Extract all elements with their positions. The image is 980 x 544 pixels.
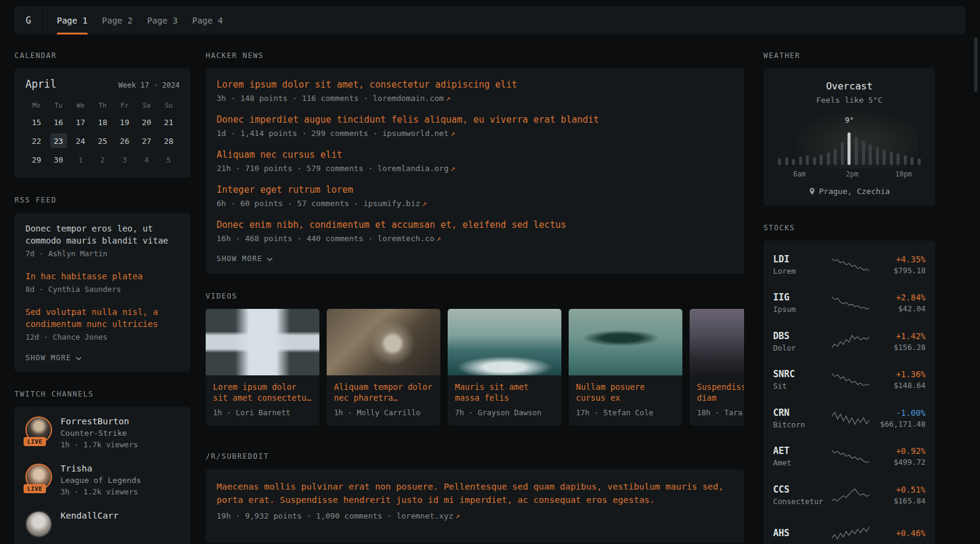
calendar-day-header: Fr: [114, 100, 136, 111]
channel-name[interactable]: KendallCarr: [60, 511, 119, 520]
stock-price: $66,171.48: [870, 419, 926, 429]
hn-item-domain: ipsumify.biz: [364, 199, 420, 208]
hn-item-title[interactable]: Donec imperdiet augue tincidunt felis al…: [217, 114, 733, 126]
reddit-post-title[interactable]: Maecenas mollis pulvinar erat non posuer…: [217, 480, 733, 507]
hn-item-source[interactable]: loremlandia.org↗: [377, 164, 455, 173]
video-title[interactable]: Suspendisse diam: [697, 381, 744, 403]
dashboard-page: G Page 1 Page 2 Page 3 Page 4 CALENDAR A…: [0, 0, 980, 544]
channel-name[interactable]: Trisha: [60, 464, 141, 473]
hn-item-source[interactable]: ipsumworld.net↗: [382, 129, 455, 138]
live-badge: LIVE: [24, 437, 46, 446]
channel-info: KendallCarr: [60, 511, 119, 537]
hn-item-meta: 1d · 1,414 points · 299 comments · ipsum…: [217, 129, 733, 138]
hn-item-title[interactable]: Aliquam nec cursus elit: [217, 149, 733, 161]
stock-row[interactable]: CCS Consectetur +0.51% $165.84: [773, 476, 926, 514]
stock-name: Sit: [773, 381, 831, 390]
channel-name[interactable]: ForrestBurton: [60, 416, 138, 426]
stock-ticker: IIG: [773, 292, 831, 303]
weather-bar: [778, 158, 781, 165]
rss-show-more-button[interactable]: SHOW MORE: [25, 354, 82, 362]
rss-item-title[interactable]: Sed volutpat nulla nisl, a condimentum n…: [25, 306, 180, 330]
video-card[interactable]: Suspendisse diam 18h · Tara: [690, 309, 744, 426]
stocks-widget: STOCKS LDI Lorem +4.35% $795.18: [763, 224, 935, 544]
video-thumbnail[interactable]: [327, 309, 440, 375]
twitch-channel[interactable]: LIVE Trisha League of Legends 3h · 1.2k …: [25, 464, 180, 496]
stock-row[interactable]: SNRC Sit +1.36% $148.64: [773, 361, 926, 400]
stock-row[interactable]: DBS Dolor +1.42% $156.28: [773, 322, 926, 361]
tab-page-4[interactable]: Page 4: [192, 6, 223, 34]
hn-item-domain: loremtech.co: [377, 234, 434, 243]
video-title[interactable]: Aliquam tempor dolor nec pharetra…: [334, 381, 433, 403]
calendar-card: April Week 17 · 2024 Mo Tu We Th Fr Sa S…: [15, 68, 191, 178]
videos-widget: VIDEOS Lorem ipsum dolor sit amet consec…: [206, 292, 744, 426]
hn-item-title[interactable]: Lorem ipsum dolor sit amet, consectetur …: [217, 79, 733, 91]
video-card[interactable]: Aliquam tempor dolor nec pharetra… 1h · …: [327, 309, 440, 426]
video-thumbnail[interactable]: [206, 309, 319, 375]
rss-item: In hac habitasse platea 8d · Cynthia Sau…: [25, 270, 180, 294]
stock-row[interactable]: CRN Bitcorn -1.00% $66,171.48: [773, 399, 926, 438]
calendar-day: 27: [136, 134, 157, 148]
tab-page-2[interactable]: Page 2: [102, 6, 133, 34]
calendar-day: 24: [70, 134, 91, 148]
stock-ticker: CCS: [773, 484, 831, 495]
video-thumbnail[interactable]: [448, 309, 561, 375]
stock-row[interactable]: AHS +0.46%: [773, 514, 926, 544]
scrollbar[interactable]: [974, 37, 978, 92]
weather-location-label: Prague, Czechia: [819, 187, 890, 196]
videos-row: Lorem ipsum dolor sit amet consectetu… 1…: [206, 309, 744, 426]
weather-bar: [897, 154, 900, 165]
hn-item-domain: loremlandia.org: [377, 164, 448, 173]
stock-id: AET Amet: [773, 445, 831, 467]
weather-bar: [834, 149, 837, 165]
tab-page-3[interactable]: Page 3: [147, 6, 178, 34]
hn-item-source[interactable]: ipsumify.biz↗: [364, 199, 427, 208]
weather-bar: [869, 144, 872, 165]
hn-show-more-button[interactable]: SHOW MORE: [217, 254, 273, 263]
stock-name: Bitcorn: [773, 420, 831, 429]
rss-item-title[interactable]: Donec tempor eros leo, ut commodo mauris…: [25, 222, 180, 247]
video-card[interactable]: Mauris sit amet massa felis 7h · Grayson…: [448, 309, 561, 426]
external-link-icon: ↗: [446, 94, 451, 103]
video-card[interactable]: Lorem ipsum dolor sit amet consectetu… 1…: [206, 309, 319, 426]
videos-section-title: VIDEOS: [206, 292, 744, 300]
weather-bar: [890, 152, 893, 165]
twitch-channel[interactable]: KendallCarr: [25, 511, 180, 537]
rss-item-title[interactable]: In hac habitasse platea: [25, 270, 180, 282]
rss-section-title: RSS FEED: [15, 196, 191, 204]
hn-item-title[interactable]: Donec enim nibh, condimentum et accumsan…: [217, 219, 733, 231]
video-title[interactable]: Lorem ipsum dolor sit amet consectetu…: [213, 381, 312, 403]
logo[interactable]: G: [15, 6, 43, 34]
stock-row[interactable]: AET Amet +0.92% $499.72: [773, 438, 926, 476]
stock-id: DBS Dolor: [773, 331, 831, 352]
stock-values: +1.36% $148.64: [870, 369, 926, 390]
calendar-day-selected: 23: [50, 134, 67, 148]
video-title[interactable]: Mauris sit amet massa felis: [455, 381, 554, 403]
calendar-day-next-month: 3: [114, 152, 136, 167]
external-link-icon: ↗: [451, 164, 456, 173]
tab-page-1[interactable]: Page 1: [57, 6, 88, 34]
stock-row[interactable]: IIG Ipsum +2.84% $42.04: [773, 284, 926, 323]
video-thumbnail[interactable]: [569, 309, 682, 375]
hn-item-title[interactable]: Integer eget rutrum lorem: [217, 184, 733, 196]
weather-axis: 6am 2pm 10pm: [778, 170, 921, 178]
hackernews-widget: HACKER NEWS Lorem ipsum dolor sit amet, …: [206, 51, 744, 274]
stock-price: $499.72: [870, 458, 926, 467]
video-thumbnail[interactable]: [690, 309, 744, 375]
weather-bar: [883, 149, 886, 165]
twitch-channel[interactable]: LIVE ForrestBurton Counter-Strike 1h · 1…: [25, 416, 180, 449]
avatar-image: [25, 511, 52, 537]
weather-widget: WEATHER Overcast Feels like 5°C 9° 6am 2…: [763, 51, 935, 206]
stock-ticker: AET: [773, 445, 831, 456]
rss-card: Donec tempor eros leo, ut commodo mauris…: [15, 213, 191, 372]
video-card[interactable]: Nullam posuere cursus ex 17h · Stefan Co…: [569, 309, 682, 426]
stock-row[interactable]: LDI Lorem +4.35% $795.18: [773, 245, 926, 284]
hn-item-source[interactable]: loremdomain.com↗: [373, 94, 450, 103]
video-title[interactable]: Nullam posuere cursus ex: [576, 381, 675, 403]
reddit-post-source[interactable]: loremnet.xyz↗: [396, 511, 460, 520]
stock-name: Ipsum: [773, 305, 831, 314]
hn-item-source[interactable]: loremtech.co↗: [377, 234, 441, 243]
video-meta: 17h · Stefan Cole: [576, 408, 675, 417]
rss-widget: RSS FEED Donec tempor eros leo, ut commo…: [15, 196, 191, 372]
stock-sparkline: [831, 525, 870, 541]
stock-ticker: CRN: [773, 407, 831, 418]
